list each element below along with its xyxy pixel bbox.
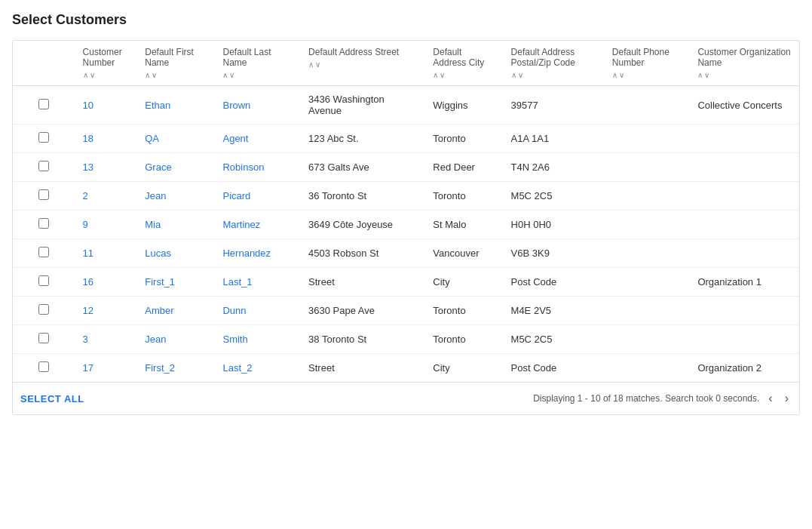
cell-last-name: Agent bbox=[215, 125, 301, 153]
cell-customer-number: 16 bbox=[75, 268, 138, 297]
row-checkbox[interactable] bbox=[38, 189, 49, 200]
last-name-link[interactable]: Hernandez bbox=[222, 248, 271, 259]
last-name-link[interactable]: Dunn bbox=[222, 305, 246, 316]
cell-postal: M4E 2V5 bbox=[504, 297, 605, 325]
sort-asc-customer-number[interactable]: ∧ bbox=[83, 71, 88, 79]
cell-first-name: Amber bbox=[137, 297, 215, 325]
cell-customer-number: 17 bbox=[75, 354, 138, 383]
table-row: 18QAAgent123 Abc St.TorontoA1A 1A1 bbox=[13, 125, 799, 153]
customer-number-link[interactable]: 17 bbox=[83, 362, 93, 374]
header-customer-number: Customer Number ∧ ∨ bbox=[75, 41, 138, 86]
row-checkbox[interactable] bbox=[38, 247, 49, 257]
table-row: 16First_1Last_1StreetCityPost CodeOrgani… bbox=[13, 268, 799, 297]
sort-desc-postal[interactable]: ∨ bbox=[518, 71, 523, 79]
pagination-text: Displaying 1 - 10 of 18 matches. Search … bbox=[533, 393, 759, 404]
cell-last-name: Brown bbox=[215, 86, 301, 125]
cell-phone bbox=[605, 354, 691, 383]
sort-asc-postal[interactable]: ∧ bbox=[511, 71, 516, 79]
cell-last-name: Martinez bbox=[215, 211, 301, 239]
sort-desc-last-name[interactable]: ∨ bbox=[229, 71, 234, 79]
header-checkbox bbox=[13, 41, 75, 86]
sort-asc-first-name[interactable]: ∧ bbox=[145, 71, 150, 79]
first-name-link[interactable]: Lucas bbox=[145, 248, 171, 259]
cell-org: Organization 2 bbox=[690, 354, 799, 383]
last-name-link[interactable]: Robinson bbox=[222, 161, 264, 173]
first-name-link[interactable]: Jean bbox=[145, 190, 166, 201]
last-name-link[interactable]: Brown bbox=[222, 100, 250, 111]
last-name-link[interactable]: Smith bbox=[222, 334, 247, 345]
cell-postal: M5C 2C5 bbox=[504, 182, 605, 211]
sort-asc-city[interactable]: ∧ bbox=[433, 71, 438, 79]
select-all-button[interactable]: SELECT ALL bbox=[20, 393, 84, 404]
first-name-link[interactable]: Mia bbox=[145, 219, 161, 230]
last-name-link[interactable]: Agent bbox=[222, 133, 248, 144]
row-checkbox-cell bbox=[13, 354, 75, 383]
row-checkbox[interactable] bbox=[38, 161, 49, 171]
cell-city: City bbox=[425, 354, 503, 383]
row-checkbox[interactable] bbox=[38, 99, 49, 109]
sort-desc-first-name[interactable]: ∨ bbox=[152, 71, 157, 79]
customer-number-link[interactable]: 2 bbox=[83, 190, 88, 201]
table-row: 12AmberDunn3630 Pape AveTorontoM4E 2V5 bbox=[13, 297, 799, 325]
cell-first-name: Mia bbox=[137, 211, 215, 239]
customer-number-link[interactable]: 13 bbox=[83, 161, 93, 173]
cell-phone bbox=[605, 125, 691, 153]
last-name-link[interactable]: Martinez bbox=[222, 219, 260, 230]
last-name-link[interactable]: Last_2 bbox=[222, 362, 252, 374]
cell-city: Toronto bbox=[425, 325, 503, 354]
sort-asc-phone[interactable]: ∧ bbox=[612, 71, 617, 79]
header-phone: Default Phone Number ∧ ∨ bbox=[605, 41, 691, 86]
cell-last-name: Dunn bbox=[215, 297, 301, 325]
customer-number-link[interactable]: 12 bbox=[83, 305, 93, 316]
first-name-link[interactable]: Ethan bbox=[145, 100, 170, 111]
first-name-link[interactable]: Grace bbox=[145, 161, 171, 173]
sort-desc-customer-number[interactable]: ∨ bbox=[90, 71, 95, 79]
cell-street: 4503 Robson St bbox=[301, 239, 425, 268]
cell-city: Toronto bbox=[425, 297, 503, 325]
last-name-link[interactable]: Last_1 bbox=[222, 276, 252, 288]
row-checkbox[interactable] bbox=[38, 218, 49, 229]
row-checkbox[interactable] bbox=[38, 361, 49, 372]
customer-number-link[interactable]: 16 bbox=[83, 276, 93, 288]
cell-first-name: First_1 bbox=[137, 268, 215, 297]
sort-asc-street[interactable]: ∧ bbox=[308, 60, 314, 69]
cell-last-name: Picard bbox=[215, 182, 301, 211]
cell-postal: Post Code bbox=[504, 268, 605, 297]
sort-desc-city[interactable]: ∨ bbox=[440, 71, 445, 79]
first-name-link[interactable]: Jean bbox=[145, 334, 166, 345]
cell-postal: T4N 2A6 bbox=[504, 153, 605, 182]
first-name-link[interactable]: Amber bbox=[145, 305, 173, 316]
sort-desc-street[interactable]: ∨ bbox=[315, 60, 320, 69]
sort-asc-org[interactable]: ∧ bbox=[697, 71, 703, 79]
row-checkbox-cell bbox=[13, 86, 75, 125]
customer-number-link[interactable]: 10 bbox=[83, 100, 93, 111]
table-row: 2JeanPicard36 Toronto StTorontoM5C 2C5 bbox=[13, 182, 799, 211]
first-name-link[interactable]: First_1 bbox=[145, 276, 175, 288]
row-checkbox[interactable] bbox=[38, 333, 49, 343]
customer-number-link[interactable]: 9 bbox=[83, 219, 88, 230]
sort-desc-org[interactable]: ∨ bbox=[704, 71, 709, 79]
table-header-row: Customer Number ∧ ∨ Default First Name ∧… bbox=[13, 41, 799, 86]
row-checkbox[interactable] bbox=[38, 304, 49, 315]
sort-desc-phone[interactable]: ∨ bbox=[619, 71, 624, 79]
cell-city: Wiggins bbox=[425, 86, 503, 125]
last-name-link[interactable]: Picard bbox=[222, 190, 250, 201]
cell-phone bbox=[605, 239, 691, 268]
prev-page-button[interactable]: ‹ bbox=[765, 390, 775, 407]
row-checkbox[interactable] bbox=[38, 132, 49, 143]
customer-number-link[interactable]: 18 bbox=[83, 133, 93, 144]
customer-number-link[interactable]: 11 bbox=[83, 248, 93, 259]
cell-phone bbox=[605, 297, 691, 325]
sort-asc-last-name[interactable]: ∧ bbox=[222, 71, 228, 79]
row-checkbox-cell bbox=[13, 125, 75, 153]
row-checkbox[interactable] bbox=[38, 275, 49, 286]
cell-city: Vancouver bbox=[425, 239, 503, 268]
cell-postal: M5C 2C5 bbox=[504, 325, 605, 354]
first-name-link[interactable]: QA bbox=[145, 133, 159, 144]
customer-number-link[interactable]: 3 bbox=[83, 334, 88, 345]
cell-customer-number: 3 bbox=[75, 325, 138, 354]
cell-street: 36 Toronto St bbox=[301, 182, 425, 211]
cell-first-name: Lucas bbox=[137, 239, 215, 268]
next-page-button[interactable]: › bbox=[782, 390, 792, 407]
first-name-link[interactable]: First_2 bbox=[145, 362, 175, 374]
